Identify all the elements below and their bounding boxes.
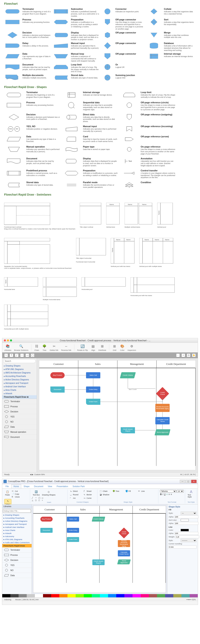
color-swatch[interactable] xyxy=(84,594,92,597)
tool-zoom-in[interactable]: + xyxy=(181,354,185,357)
close-button[interactable] xyxy=(4,340,6,342)
library-item[interactable]: ▸ Drawing Shapes xyxy=(2,514,32,516)
toolbar-libraries[interactable]: 📚Libraries xyxy=(4,344,12,351)
tool-ellipse[interactable]: ◯ xyxy=(31,354,35,357)
ribbon-tab-document[interactable]: Document xyxy=(32,484,46,488)
align-center[interactable]: ≡ xyxy=(169,493,170,496)
toolbar-reverse-link[interactable]: ↔Reverse link xyxy=(61,344,71,351)
library-item[interactable]: ▸ Accounting Flowcharts xyxy=(2,374,37,378)
palette-shape[interactable]: Decision xyxy=(2,558,32,563)
color-swatch[interactable] xyxy=(11,594,19,597)
node-document[interactable]: Document xyxy=(40,528,53,533)
clone-button[interactable]: ⎘Clone xyxy=(11,496,24,498)
tool-text[interactable]: T xyxy=(10,354,13,357)
fill-button[interactable]: 🪣Fill xyxy=(125,490,137,493)
toolbar-rotate-&-flip[interactable]: 🔄Rotate & Flip xyxy=(77,344,88,351)
toolbar-delete-link[interactable]: ✂Delete link xyxy=(50,344,58,351)
conn-arc[interactable]: ◜Arc xyxy=(69,497,82,500)
toolbar-align[interactable]: ▤Align xyxy=(91,344,96,351)
mac-titlebar[interactable]: Cross-functional flowchart - Credit appr… xyxy=(2,338,198,343)
fill-alpha[interactable] xyxy=(175,516,198,518)
node-credit-criteria[interactable]: Credit Criteria xyxy=(92,517,105,522)
text-style-button[interactable]: AText Style xyxy=(187,490,195,498)
maximize-button[interactable] xyxy=(10,340,12,342)
node-credit-report[interactable]: Credit Issued Report xyxy=(121,427,135,433)
library-item[interactable]: ▸ Area Charts xyxy=(2,529,32,532)
palette-shape[interactable]: YES xyxy=(2,563,32,568)
copy-button[interactable]: 📄Copy xyxy=(11,493,24,496)
tool-line[interactable]: ╱ xyxy=(15,354,19,357)
color-swatch[interactable] xyxy=(59,594,68,597)
node-order-form[interactable]: Order Form xyxy=(67,537,79,542)
library-item[interactable]: ▸ Artwork xyxy=(2,532,32,535)
align-right[interactable]: ≡ xyxy=(171,493,172,496)
lib-search[interactable] xyxy=(3,509,31,513)
alpha2[interactable] xyxy=(175,522,198,525)
line-alpha[interactable] xyxy=(175,532,198,535)
corner-rounding[interactable] xyxy=(169,546,196,548)
color-swatch[interactable] xyxy=(165,594,173,597)
tool-zoom-out[interactable]: − xyxy=(176,354,180,357)
tool-pointer[interactable]: ↖ xyxy=(4,354,8,357)
node-review[interactable]: Review Accounts Receivable Aging xyxy=(118,540,130,547)
palette-shape[interactable]: Document xyxy=(2,434,37,440)
conn-bezier[interactable]: ∿Bezier xyxy=(83,493,95,496)
search-input[interactable] xyxy=(3,359,36,363)
node-terms-approved[interactable]: Terms Approved xyxy=(154,429,170,436)
shapes-button[interactable]: ◇Drawing Shapes xyxy=(41,490,56,496)
color-swatch[interactable] xyxy=(108,594,116,597)
ribbon-tab-shape[interactable]: Shape xyxy=(22,484,32,488)
color-swatch[interactable] xyxy=(181,594,189,597)
ribbon-tab-file[interactable]: File xyxy=(4,484,11,488)
toolbar-inspectors[interactable]: ⚙Inspectors xyxy=(128,344,136,351)
color-swatch[interactable] xyxy=(157,594,165,597)
palette-shape[interactable]: Process xyxy=(2,404,37,409)
node-sales-call[interactable]: Sales Call xyxy=(86,372,100,378)
fontsize-select[interactable]: 14 xyxy=(177,490,184,493)
color-swatch[interactable] xyxy=(189,594,198,597)
cut-button[interactable]: ✂Cut xyxy=(11,490,24,493)
toolbar-grid[interactable]: ⊞Grid xyxy=(112,344,117,351)
font-select[interactable]: Tahoma xyxy=(160,490,176,493)
node-sales-call[interactable]: Sales Call xyxy=(67,517,79,522)
minimize-button[interactable]: — xyxy=(180,480,185,483)
palette-shape[interactable]: Terminator xyxy=(2,548,32,552)
color-swatch[interactable] xyxy=(27,594,35,597)
library-item[interactable]: ▸ Aerospace and Transport xyxy=(2,382,37,385)
toolbar-distribute[interactable]: ⊞Distribute xyxy=(98,344,106,351)
line-button[interactable]: ✏Line xyxy=(138,490,150,493)
shadow-button[interactable]: ◪Shadow xyxy=(99,493,111,496)
node-terms[interactable]: Terms Approved xyxy=(117,560,131,564)
underline-button[interactable]: U xyxy=(164,493,165,496)
library-item[interactable]: ▸ AWS Architecture Diagrams xyxy=(2,371,37,374)
palette-shape[interactable]: Terminator xyxy=(2,399,37,404)
color-swatch[interactable] xyxy=(149,594,157,597)
node-order-entry[interactable]: Order Entry xyxy=(67,528,79,533)
library-item[interactable]: ▸ ATM UML Diagrams xyxy=(2,368,37,371)
palette-shape[interactable]: NO xyxy=(2,419,37,424)
active-library[interactable]: Flowcharts Rapid Draw xyxy=(2,544,32,548)
library-item[interactable]: ▸ Aerospace and Transport xyxy=(2,522,32,526)
color-swatch[interactable] xyxy=(51,594,59,597)
fill-style[interactable]: — xyxy=(181,512,196,515)
conn-direct[interactable]: ↘Direct xyxy=(69,490,82,493)
zoom-pct[interactable]: 52% xyxy=(192,598,196,600)
toolbar-tree[interactable]: 🌳Tree xyxy=(42,344,47,351)
tool-curve[interactable]: 〰 xyxy=(20,354,24,357)
canvas[interactable]: CustomerSalesManagementCredit Department… xyxy=(33,506,166,593)
palette-shape[interactable]: Data xyxy=(2,424,37,430)
color-swatch[interactable] xyxy=(100,594,108,597)
toolbar-color[interactable]: 🎨Color xyxy=(120,344,125,351)
node-document[interactable]: Document xyxy=(50,386,65,392)
zoom-level[interactable]: Custom 59% xyxy=(35,474,45,476)
palette-shape[interactable]: Process xyxy=(2,552,32,558)
palette-shape[interactable]: YES xyxy=(2,414,37,419)
textbox-button[interactable]: 🔤Text Box xyxy=(32,490,41,496)
tree-button[interactable]: 🌳Tree xyxy=(112,490,124,493)
node-buy-product[interactable]: Buy Product xyxy=(50,372,65,378)
color-swatch[interactable] xyxy=(124,594,132,597)
color-swatch[interactable] xyxy=(173,594,181,597)
italic-button[interactable]: I xyxy=(162,493,163,496)
tool-rect[interactable]: ▭ xyxy=(26,354,29,357)
minimize-button[interactable] xyxy=(7,340,9,342)
